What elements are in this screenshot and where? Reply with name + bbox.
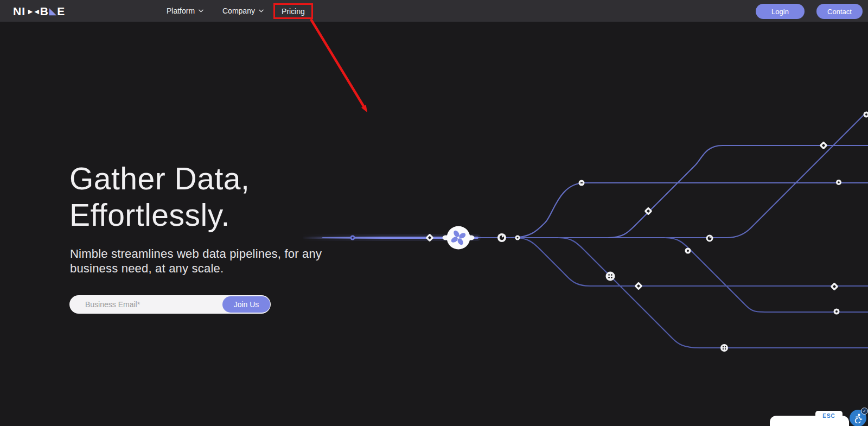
hero-subtitle: Nimble streamlines web data pipelines, f… [70,247,322,276]
nav-item-company[interactable]: Company [222,0,264,22]
node-small [515,236,520,240]
nav-item-pricing[interactable]: Pricing [273,3,313,19]
network-line-up1 [512,183,868,238]
navbar: NI►◄B◣E Platform Company Pricing Login C… [0,0,868,22]
network-line-up2 [609,145,868,238]
network-line-main [323,112,866,238]
logo-text-ni: NI [13,5,25,17]
node-grid [606,272,615,281]
check-badge: ✓ [861,408,868,415]
network-line-down3 [665,238,868,312]
nimble-landing-page: { "navbar": { "logo": { "text": "NIMBLE"… [0,0,868,426]
pinwheel-icon [450,230,467,246]
logo-l-triangle-icon: ◣ [49,7,56,16]
node-diamond [830,282,839,291]
nimble-logo-node [443,226,475,250]
network-nodes [350,112,868,352]
node-diamond [819,141,828,150]
logo-text-b: B [40,5,49,17]
node-grid-small [720,344,728,352]
logo-m-triangles-icon: ►◄ [27,7,40,15]
esc-tab[interactable]: ESC [815,411,843,421]
subtitle-line-2: business need, at any scale. [70,262,224,275]
esc-label: ESC [822,413,835,419]
nav-pricing-label: Pricing [282,7,305,16]
node-accent-dot [350,236,355,240]
node-small [864,112,868,118]
node-clock [497,233,506,242]
subtitle-line-1: Nimble streamlines web data pipelines, f… [70,247,322,260]
node-ring [836,180,841,185]
contact-button[interactable]: Contact [816,4,863,19]
nav-platform-label: Platform [167,7,195,15]
node-ring [579,180,585,186]
title-line-1: Gather Data, [69,161,250,197]
node-diamond [425,233,434,242]
network-line-down2 [559,238,868,348]
nimble-logo[interactable]: NI►◄B◣E [13,0,65,22]
logo-text-e: E [57,5,65,17]
accessibility-button[interactable]: ✓ [850,410,866,426]
title-line-2: Effortlessly. [69,197,250,233]
nav-company-label: Company [222,7,255,15]
chevron-down-icon [259,9,264,12]
node-diamond [644,207,653,215]
node-small [685,248,691,254]
network-line-down1 [514,238,868,286]
node-diamond [634,282,643,290]
email-capture-form: Join Us [69,295,271,314]
node-small [834,309,840,315]
node-clock-small [706,235,713,242]
join-us-button[interactable]: Join Us [222,296,270,313]
login-button[interactable]: Login [756,4,805,19]
page-title: Gather Data, Effortlessly. [69,161,250,233]
nav-item-platform[interactable]: Platform [167,0,203,22]
wheelchair-accessibility-icon [853,413,863,423]
chevron-down-icon [199,9,203,12]
